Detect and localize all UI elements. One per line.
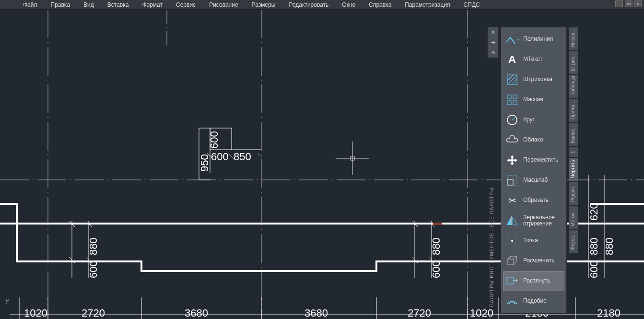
svg-point-51 (511, 240, 513, 242)
tool-mirror[interactable]: Зеркальное отражение (503, 211, 564, 231)
tool-point[interactable]: Точка (503, 231, 564, 251)
svg-rect-49 (507, 179, 513, 185)
menu-parametrization[interactable]: Параметризация (405, 1, 450, 8)
svg-rect-41 (433, 223, 442, 225)
menubar: Файл Правка Вид Вставка Формат Сервис Ри… (0, 0, 644, 10)
side-tabs: Несущ... Штрих... Таблицы Прима... Вынос… (569, 27, 578, 253)
menu-service[interactable]: Сервис (176, 1, 196, 8)
tool-point-label: Точка (523, 237, 538, 244)
dim-600: 600 (211, 151, 229, 163)
tool-hatch-label: Штриховка (523, 76, 552, 83)
tool-scale[interactable]: Масштаб (503, 170, 564, 190)
menu-window[interactable]: Окно (342, 1, 355, 8)
menu-help[interactable]: Справка (369, 1, 391, 8)
tool-move[interactable]: Переместить (503, 150, 564, 170)
point-icon (505, 234, 519, 248)
svg-rect-56 (507, 277, 514, 284)
dim-r-600: 600 (588, 260, 600, 278)
dim-b-7: 2180 (597, 307, 621, 319)
svg-line-14 (258, 154, 264, 159)
svg-rect-43 (507, 95, 511, 99)
svg-rect-46 (513, 101, 517, 105)
menu-format[interactable]: Формат (142, 1, 163, 8)
menu-file[interactable]: Файл (23, 1, 37, 8)
tool-cloud[interactable]: Облако (503, 130, 564, 150)
hatch-icon (505, 72, 519, 87)
tool-offset-label: Подобие (523, 298, 547, 304)
tab-8[interactable]: Источ... (569, 205, 578, 229)
svg-rect-44 (513, 95, 517, 99)
tab-5[interactable]: 1 (569, 147, 578, 157)
svg-point-55 (515, 244, 516, 245)
mtext-icon: A (505, 52, 519, 67)
polyline-icon (505, 32, 519, 47)
tool-scale-label: Масштаб (523, 177, 548, 183)
tab-3[interactable]: Прима... (569, 99, 578, 123)
tool-circle[interactable]: Круг (503, 110, 564, 130)
dim-r-620: 620 (588, 203, 600, 221)
palette-close-icon[interactable]: ✕ (491, 29, 495, 35)
dim-r-880: 880 (588, 237, 600, 255)
menu-dimensions[interactable]: Размеры (252, 1, 276, 8)
tab-2[interactable]: Таблицы (569, 75, 578, 99)
dim-m-600: 600 (430, 260, 443, 278)
stretch-icon (505, 274, 519, 288)
menu-modify[interactable]: Редактировать (289, 1, 328, 8)
palette-autohide-icon[interactable]: ⇥ (491, 39, 495, 46)
tab-7[interactable]: Редакт... (569, 181, 578, 205)
tool-mtext[interactable]: A МТекст (503, 49, 564, 70)
dim-b-3: 3680 (304, 307, 328, 319)
svg-point-54 (508, 244, 509, 245)
svg-line-48 (512, 117, 516, 120)
close-icon[interactable]: × (634, 0, 642, 7)
svg-point-52 (508, 236, 509, 237)
tool-palette: Полилиния A МТекст Штриховка Массив Круг… (501, 27, 567, 314)
tool-explode-label: Расчленить (523, 258, 554, 264)
menu-insert[interactable]: Вставка (107, 1, 129, 8)
tool-polyline[interactable]: Полилиния (503, 29, 564, 49)
minimize-icon[interactable]: - (615, 0, 623, 7)
tab-1[interactable]: Штрих... (569, 51, 578, 75)
dim-b-0: 1020 (24, 307, 47, 319)
tab-9[interactable]: Флуор... (569, 229, 578, 253)
array-icon (505, 93, 519, 107)
tool-trim[interactable]: ✂ Обрезать (503, 190, 564, 211)
maximize-icon[interactable]: ▭ (625, 0, 632, 7)
tool-hatch[interactable]: Штриховка (503, 70, 564, 90)
scale-icon (505, 173, 519, 188)
cloud-icon (505, 133, 519, 147)
tool-mirror-label: Зеркальное отражение (523, 214, 562, 227)
tool-explode[interactable]: Расчленить (503, 251, 564, 271)
move-icon (505, 153, 519, 167)
menu-spds[interactable]: СПДС (464, 1, 480, 8)
dim-950: 950 (199, 154, 211, 172)
dim-m-880: 880 (430, 237, 443, 255)
dim-r2-880: 880 (603, 237, 616, 255)
offset-icon (505, 294, 519, 308)
tab-4[interactable]: Вынос... (569, 123, 578, 147)
dim-b-4: 2720 (408, 307, 431, 319)
ucs-y-label: Y (5, 297, 9, 305)
palette-control-strip: ✕ ⇥ ✳ (487, 27, 499, 58)
tool-array[interactable]: Массив (503, 90, 564, 110)
menu-drawing[interactable]: Рисование (209, 1, 238, 8)
tool-mtext-label: МТекст (523, 56, 542, 62)
dim-850: 850 (234, 151, 251, 163)
tool-move-label: Переместить (523, 157, 559, 163)
circle-icon (505, 113, 519, 127)
tab-6[interactable]: Чертить (569, 157, 578, 181)
tool-cloud-label: Облако (523, 137, 543, 143)
svg-rect-50 (507, 176, 517, 185)
tab-0[interactable]: Несущ... (569, 27, 578, 51)
dim-b-2: 3680 (185, 307, 208, 319)
palette-settings-icon[interactable]: ✳ (491, 49, 495, 56)
tool-stretch[interactable]: Растянуть (503, 271, 564, 291)
dim-l-600: 600 (87, 260, 100, 278)
tool-polyline-label: Полилиния (523, 36, 553, 42)
menu-edit[interactable]: Правка (51, 1, 70, 8)
menu-view[interactable]: Вид (83, 1, 94, 8)
tool-offset[interactable]: Подобие (503, 291, 564, 311)
explode-icon (505, 254, 519, 268)
dim-600v: 600 (208, 131, 221, 149)
svg-point-53 (515, 236, 516, 237)
